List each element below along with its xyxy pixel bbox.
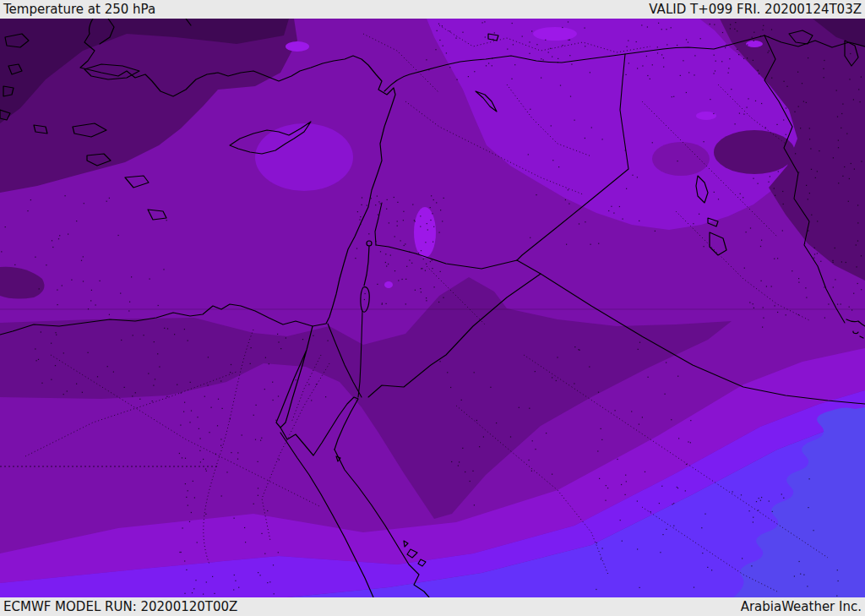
map-area <box>0 19 865 597</box>
hot-spot <box>696 112 716 120</box>
validity-label: VALID T+099 FRI. 20200124T03Z <box>649 2 862 17</box>
hot-spot <box>746 41 763 47</box>
top-title-bar: Temperature at 250 hPa VALID T+099 FRI. … <box>0 0 865 19</box>
hot-spot <box>286 41 309 52</box>
band-dark-patch-niraq <box>714 130 795 174</box>
hot-spot <box>533 27 577 41</box>
temperature-contour-map <box>0 19 865 597</box>
weather-map-screenshot: Temperature at 250 hPa VALID T+099 FRI. … <box>0 0 865 616</box>
band-medium-enclave <box>652 142 710 176</box>
model-run-label: ECMWF MODEL RUN: 20200120T00Z <box>3 599 237 614</box>
hot-spot <box>384 281 393 288</box>
credit-label: ArabiaWeather Inc. <box>741 599 862 614</box>
map-title: Temperature at 250 hPa <box>3 2 155 17</box>
bottom-credit-bar: ECMWF MODEL RUN: 20200120T00Z ArabiaWeat… <box>0 597 865 616</box>
band-bright-cyprus-lobe <box>255 123 353 191</box>
hot-spot <box>414 207 436 258</box>
